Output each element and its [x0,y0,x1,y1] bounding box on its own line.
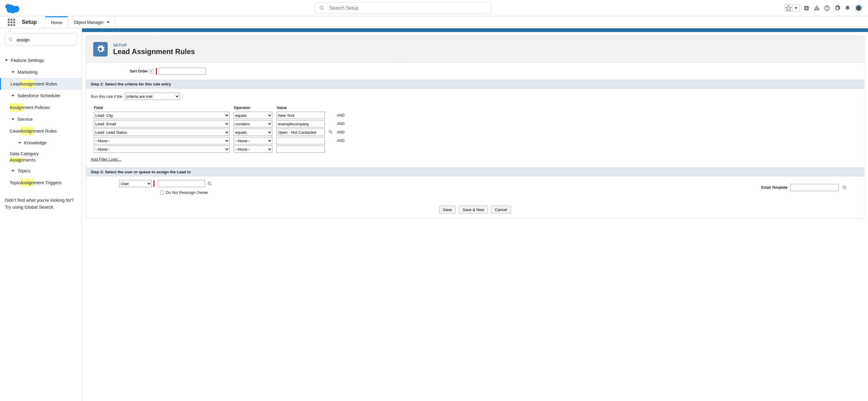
search-icon [9,37,13,42]
global-search-input[interactable] [329,5,487,11]
svg-point-16 [843,186,845,188]
value-input[interactable] [277,120,325,127]
save-button[interactable]: Save [439,206,456,213]
svg-point-10 [9,38,12,40]
search-icon [319,5,324,11]
sort-order-input[interactable] [159,68,206,75]
tree-marketing[interactable]: Marketing [11,68,77,76]
salesforce-help-icon[interactable] [813,4,820,12]
value-input[interactable] [277,137,325,144]
tree-service[interactable]: Service [11,115,77,123]
help-icon[interactable] [824,4,831,12]
add-filter-logic-link[interactable]: Add Filter Logic... [91,157,859,162]
email-template-input[interactable] [790,184,839,191]
chevron-down-icon [11,170,14,172]
email-template-label: Email Template [761,185,787,190]
tree-lead-assignment-rules[interactable]: Lead Assignment Rules [10,80,77,88]
run-rule-select[interactable]: criteria are met [125,93,180,100]
step2-heading: Step 2: Select the criteria for this rul… [86,80,864,88]
col-header-value: Value [277,105,325,110]
global-search[interactable] [315,2,491,14]
chevron-down-icon [5,59,8,61]
tree-assignment-policies[interactable]: Assignment Policies [10,103,77,111]
lookup-icon[interactable] [328,129,333,135]
and-label: AND [337,113,349,117]
assignee-input[interactable] [158,180,205,187]
do-not-reassign-label: Do Not Reassign Owner [166,190,208,195]
criteria-area: Run this rule if the criteria are met : … [86,88,864,168]
criteria-row: Lead: EmailcontainsAND [94,120,859,127]
page-eyebrow: SETUP [113,43,195,48]
operator-select[interactable]: contains [234,120,272,127]
chevron-down-icon [795,7,798,9]
step3-heading: Step 3: Select the user or queue to assi… [86,168,864,176]
value-input[interactable] [277,128,325,136]
do-not-reassign-checkbox[interactable] [160,191,164,195]
field-select[interactable]: --None-- [94,137,229,144]
criteria-row: Lead: CityequalsAND [94,112,859,119]
svg-line-11 [11,40,12,41]
svg-line-1 [323,9,324,10]
tree-data-category-assignments[interactable]: Data Category Assignments [10,150,77,163]
page-title: Lead Assignment Rules [113,48,195,56]
assignee-type-select[interactable]: User [119,180,152,187]
page-header: SETUP Lead Assignment Rules [86,36,864,63]
tab-home[interactable]: Home [45,16,68,28]
svg-rect-5 [805,8,808,8]
svg-point-12 [329,131,332,133]
chevron-down-icon [11,118,14,120]
value-input[interactable] [277,112,325,119]
gear-icon [93,42,108,56]
tree-case-assignment-rules[interactable]: Case Assignment Rules [10,127,77,135]
cancel-button[interactable]: Cancel [491,206,511,213]
chevron-down-icon [18,142,21,144]
svg-line-17 [845,188,846,189]
app-launcher-icon[interactable] [5,16,18,28]
app-name: Setup [22,19,37,25]
field-select[interactable]: Lead: City [94,112,229,119]
tree-topics[interactable]: Topics [11,167,77,175]
col-header-operator: Operator [234,105,272,110]
info-icon[interactable]: i [149,69,154,74]
save-new-button[interactable]: Save & New [459,206,488,213]
tree-knowledge[interactable]: Knowledge [18,139,77,147]
operator-select[interactable]: --None-- [234,137,272,144]
favorites-control[interactable] [785,4,800,12]
operator-select[interactable]: --None-- [234,146,272,153]
tree-topic-assignment-triggers[interactable]: Topic Assignment Triggers [10,178,77,187]
global-actions-icon[interactable] [803,4,810,12]
field-select[interactable]: --None-- [94,146,229,153]
quick-find[interactable] [5,33,77,46]
user-avatar[interactable] [854,4,863,13]
lookup-icon[interactable] [842,185,847,190]
not-found-hint: Didn't find what you're looking for? Try… [5,197,77,210]
svg-point-9 [827,9,827,10]
and-label: AND [337,139,349,143]
tree-feature-settings[interactable]: Feature Settings [5,56,77,64]
run-rule-prefix: Run this rule if the [91,94,122,99]
field-select[interactable]: Lead: Lead Status [94,128,229,136]
svg-line-13 [331,133,332,134]
field-select[interactable]: Lead: Email [94,120,229,127]
lookup-icon[interactable] [207,181,212,186]
and-label: AND [337,122,349,126]
svg-point-0 [320,6,323,9]
criteria-row: Lead: Lead StatusequalsAND [94,128,859,136]
operator-select[interactable]: equals [234,112,272,119]
svg-point-14 [208,182,211,184]
context-nav-bar: Setup Home Object Manager [0,16,868,28]
notifications-icon[interactable] [844,4,851,12]
value-input[interactable] [277,146,325,153]
sort-order-label: Sort Order i [93,69,154,74]
quick-find-input[interactable] [17,37,73,42]
tab-object-manager[interactable]: Object Manager [68,16,116,28]
operator-select[interactable]: equals [234,128,272,136]
main-content: SETUP Lead Assignment Rules Sort Order i… [82,28,868,401]
criteria-row: --None----None-- [94,146,859,153]
star-icon [785,4,792,11]
required-indicator [154,180,154,187]
run-rule-row: Run this rule if the criteria are met : [91,93,859,100]
setup-gear-icon[interactable] [834,4,841,12]
svg-line-15 [210,184,211,185]
tree-salesforce-scheduler[interactable]: Salesforce Scheduler [11,91,77,99]
